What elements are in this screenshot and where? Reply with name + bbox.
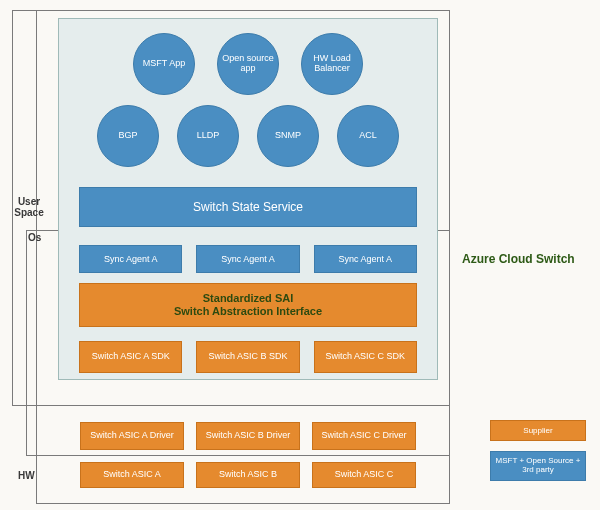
sdk-box: Switch ASIC B SDK <box>196 341 299 373</box>
legend-msft: MSFT + Open Source + 3rd party <box>490 451 586 481</box>
sync-agent: Sync Agent A <box>79 245 182 273</box>
circle-snmp: SNMP <box>257 105 319 167</box>
apps-row-bottom: BGP LLDP SNMP ACL <box>59 105 437 167</box>
sdk-row: Switch ASIC A SDK Switch ASIC B SDK Swit… <box>79 341 417 373</box>
legend-supplier: Supplier <box>490 420 586 441</box>
sai-line1: Standardized SAI <box>203 292 293 305</box>
driver-row: Switch ASIC A Driver Switch ASIC B Drive… <box>58 422 438 456</box>
legend: Supplier MSFT + Open Source + 3rd party <box>490 420 586 491</box>
apps-row-top: MSFT App Open source app HW Load Balance… <box>59 33 437 95</box>
sdk-box: Switch ASIC C SDK <box>314 341 417 373</box>
label-user-space: User Space <box>12 196 46 218</box>
hw-box: Switch ASIC B <box>196 462 300 488</box>
circle-bgp: BGP <box>97 105 159 167</box>
driver-box: Switch ASIC B Driver <box>196 422 300 450</box>
circle-hw-load-balancer: HW Load Balancer <box>301 33 363 95</box>
sdk-box: Switch ASIC A SDK <box>79 341 182 373</box>
sync-agent: Sync Agent A <box>314 245 417 273</box>
hw-row: Switch ASIC A Switch ASIC B Switch ASIC … <box>58 462 438 492</box>
label-hw: HW <box>18 470 35 481</box>
switch-state-service: Switch State Service <box>79 187 417 227</box>
circle-open-source-app: Open source app <box>217 33 279 95</box>
circle-msft-app: MSFT App <box>133 33 195 95</box>
driver-box: Switch ASIC C Driver <box>312 422 416 450</box>
hw-box: Switch ASIC C <box>312 462 416 488</box>
label-os: Os <box>28 232 41 243</box>
hw-box: Switch ASIC A <box>80 462 184 488</box>
sai-line2: Switch Abstraction Interface <box>174 305 322 318</box>
sync-agents-row: Sync Agent A Sync Agent A Sync Agent A <box>79 245 417 273</box>
sai-box: Standardized SAI Switch Abstraction Inte… <box>79 283 417 327</box>
circle-lldp: LLDP <box>177 105 239 167</box>
driver-box: Switch ASIC A Driver <box>80 422 184 450</box>
sync-agent: Sync Agent A <box>196 245 299 273</box>
circle-acl: ACL <box>337 105 399 167</box>
diagram-title: Azure Cloud Switch <box>462 252 575 266</box>
main-panel: MSFT App Open source app HW Load Balance… <box>58 18 438 380</box>
